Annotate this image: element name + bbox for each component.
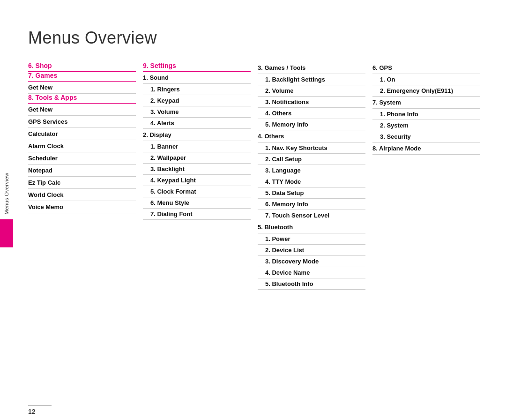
menu-item: 1. Ringers [143, 84, 251, 95]
menu-item: 4. Others [258, 108, 365, 119]
page-container: Menus Overview Menus Overview 6. Shop7. … [0, 0, 506, 420]
menu-item: 1. Banner [143, 141, 251, 152]
menu-item: 6. GPS [372, 62, 480, 74]
menu-item: 2. System [372, 120, 480, 131]
menu-item: 6. Memory Info [258, 199, 365, 210]
menu-item: 3. Backlight [143, 164, 251, 175]
page-line [28, 405, 52, 406]
menu-item: Voice Memo [28, 201, 136, 213]
menu-item: 2. Call Setup [258, 154, 365, 165]
menu-item: 9. Settings [143, 62, 251, 72]
menu-item: World Clock [28, 189, 136, 201]
menu-item: 2. Device List [258, 245, 365, 256]
menu-item: 1. On [372, 74, 480, 85]
page-number: 12 [28, 408, 36, 415]
menu-item: 8. Airplane Mode [372, 142, 480, 155]
menu-item: 3. Language [258, 165, 365, 176]
menu-item: 2. Emergency Only(E911) [372, 85, 480, 97]
menu-item: GPS Services [28, 116, 136, 128]
menu-item: 5. Bluetooth [258, 221, 365, 233]
menu-item: 3. Games / Tools [258, 62, 365, 74]
menu-item: 3. Volume [143, 106, 251, 118]
menu-item: Get New [28, 82, 136, 94]
side-tab: Menus Overview [0, 173, 13, 248]
menu-item: 4. Others [258, 130, 365, 142]
page-title: Menus Overview [28, 28, 487, 48]
menu-item: 1. Power [258, 233, 365, 245]
menu-item: 1. Sound [143, 72, 251, 84]
menu-item: 4. Keypad Light [143, 175, 251, 186]
menu-item: 2. Wallpaper [143, 152, 251, 164]
column-1: 6. Shop7. GamesGet New8. Tools & AppsGet… [28, 62, 143, 290]
menu-item: 2. Keypad [143, 95, 251, 106]
menu-item: 6. Menu Style [143, 197, 251, 209]
menu-item: 7. Touch Sensor Level [258, 210, 365, 221]
menu-item: Get New [28, 104, 136, 116]
menu-item: 2. Display [143, 129, 251, 141]
menu-item: 6. Shop [28, 62, 136, 72]
menu-item: 3. Discovery Mode [258, 256, 365, 267]
menu-item: Alarm Clock [28, 140, 136, 152]
menu-item: 2. Volume [258, 85, 365, 97]
menu-item: 4. Device Name [258, 267, 365, 278]
menu-item: 8. Tools & Apps [28, 94, 136, 104]
menu-item: 7. System [372, 97, 480, 109]
menu-item: 4. TTY Mode [258, 176, 365, 188]
column-4: 6. GPS1. On2. Emergency Only(E911)7. Sys… [372, 62, 487, 290]
column-2: 9. Settings1. Sound1. Ringers2. Keypad3.… [143, 62, 258, 290]
menu-item: 5. Bluetooth Info [258, 278, 365, 290]
menu-item: 5. Memory Info [258, 119, 365, 130]
menu-item: 1. Phone Info [372, 109, 480, 120]
menu-item: Scheduler [28, 152, 136, 165]
menu-item: 3. Notifications [258, 97, 365, 108]
side-tab-bar [0, 219, 13, 247]
menu-item: 5. Data Setup [258, 188, 365, 199]
menu-item: 4. Alerts [143, 118, 251, 129]
menu-item: 7. Games [28, 72, 136, 82]
menu-item: Notepad [28, 165, 136, 177]
columns-wrapper: 6. Shop7. GamesGet New8. Tools & AppsGet… [28, 62, 487, 290]
main-content: Menus Overview 6. Shop7. GamesGet New8. … [28, 28, 487, 401]
column-3: 3. Games / Tools1. Backlight Settings2. … [258, 62, 372, 290]
menu-item: 1. Nav. Key Shortcuts [258, 142, 365, 154]
menu-item: 3. Security [372, 131, 480, 142]
menu-item: 5. Clock Format [143, 186, 251, 197]
menu-item: 7. Dialing Font [143, 209, 251, 220]
side-tab-label: Menus Overview [4, 173, 9, 215]
menu-item: Ez Tip Calc [28, 177, 136, 189]
menu-item: 1. Backlight Settings [258, 74, 365, 85]
menu-item: Calculator [28, 128, 136, 140]
